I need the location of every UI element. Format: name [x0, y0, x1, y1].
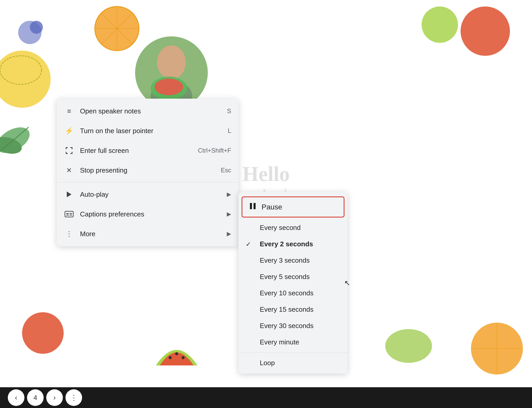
- speaker-notes-shortcut: S: [227, 107, 231, 115]
- pause-button[interactable]: Pause ↖: [242, 196, 344, 217]
- svg-rect-30: [65, 211, 73, 217]
- leaf-deco: [0, 117, 39, 165]
- svg-point-24: [385, 329, 432, 363]
- page-number: 4: [27, 389, 44, 406]
- orange-deco: [94, 5, 140, 53]
- menu-item-fullscreen[interactable]: Enter full screen Ctrl+Shift+F: [57, 141, 238, 160]
- stop-presenting-shortcut: Esc: [221, 167, 231, 174]
- strawberry-deco: [21, 311, 65, 356]
- fullscreen-shortcut: Ctrl+Shift+F: [198, 147, 231, 154]
- more-label: More: [80, 230, 221, 238]
- profile-image: [135, 36, 208, 109]
- check-every-second: [246, 224, 254, 232]
- autoplay-divider: [238, 352, 348, 353]
- captions-arrow-icon: ▶: [227, 211, 231, 217]
- every-5s-label: Every 5 seconds: [260, 273, 310, 281]
- context-menu: ≡ Open speaker notes S ⚡ Turn on the las…: [57, 99, 238, 246]
- svg-rect-28: [250, 203, 252, 209]
- watermelon-slice-deco: [156, 334, 197, 366]
- every-10s-label: Every 10 seconds: [260, 289, 314, 297]
- svg-point-21: [169, 356, 172, 359]
- autoplay-option-every-second[interactable]: Every second: [238, 220, 348, 236]
- pizza-deco: [459, 5, 511, 58]
- svg-point-20: [22, 312, 64, 354]
- speaker-notes-label: Open speaker notes: [80, 107, 221, 115]
- more-icon: ⋮: [64, 229, 74, 239]
- autoplay-option-every-5s[interactable]: Every 5 seconds: [238, 269, 348, 285]
- every-15s-label: Every 15 seconds: [260, 305, 314, 314]
- dots-icon: ⋮: [70, 393, 77, 402]
- bottom-bar: ‹ 4 › ⋮: [0, 387, 532, 408]
- menu-divider-1: [57, 182, 238, 182]
- svg-point-19: [155, 79, 183, 95]
- next-icon: ›: [53, 393, 56, 402]
- more-options-button[interactable]: ⋮: [65, 389, 82, 406]
- autoplay-option-every-2s[interactable]: ✓ Every 2 seconds: [238, 236, 348, 252]
- autoplay-arrow-icon: ▶: [227, 191, 231, 198]
- autoplay-icon: [64, 189, 74, 200]
- stop-presenting-label: Stop presenting: [80, 166, 215, 174]
- every-second-label: Every second: [260, 224, 301, 232]
- svg-rect-32: [66, 215, 69, 215]
- svg-point-11: [0, 56, 42, 84]
- stop-icon: ✕: [64, 165, 74, 175]
- menu-item-autoplay[interactable]: Auto-play ▶ Pause ↖ Every second: [57, 185, 238, 204]
- menu-item-speaker-notes[interactable]: ≡ Open speaker notes S: [57, 101, 238, 121]
- every-30s-label: Every 30 seconds: [260, 322, 314, 330]
- check-every-2s: ✓: [246, 241, 254, 248]
- fullscreen-icon: [64, 145, 74, 156]
- laser-pointer-shortcut: L: [228, 127, 231, 134]
- svg-point-13: [0, 134, 24, 157]
- next-button[interactable]: ›: [46, 389, 63, 406]
- yellow-circle-deco: [0, 49, 52, 110]
- autoplay-option-loop[interactable]: Loop: [238, 355, 348, 371]
- svg-rect-29: [254, 203, 256, 209]
- pause-label: Pause: [262, 203, 282, 211]
- check-every-minute: [246, 339, 254, 346]
- svg-rect-33: [70, 213, 72, 214]
- laser-pointer-icon: ⚡: [64, 126, 74, 136]
- svg-point-12: [0, 122, 34, 158]
- autoplay-option-every-10s[interactable]: Every 10 seconds: [238, 285, 348, 301]
- check-every-15s: [246, 306, 254, 313]
- autoplay-label: Auto-play: [80, 191, 221, 199]
- svg-point-1: [95, 6, 139, 51]
- prev-button[interactable]: ‹: [8, 389, 24, 406]
- autoplay-option-every-3s[interactable]: Every 3 seconds: [238, 252, 348, 269]
- autoplay-option-every-minute[interactable]: Every minute: [238, 334, 348, 350]
- svg-rect-34: [70, 215, 72, 215]
- check-every-3s: [246, 257, 254, 264]
- lime-top-deco: [420, 5, 459, 45]
- fullscreen-label: Enter full screen: [80, 147, 192, 155]
- svg-rect-31: [66, 213, 69, 214]
- svg-point-10: [0, 51, 51, 108]
- laser-pointer-label: Turn on the laser pointer: [80, 127, 222, 135]
- check-every-10s: [246, 290, 254, 297]
- more-arrow-icon: ▶: [227, 230, 231, 237]
- every-2s-label: Every 2 seconds: [260, 240, 313, 248]
- svg-line-4: [101, 13, 132, 44]
- menu-item-more[interactable]: ⋮ More ▶: [57, 224, 238, 244]
- prev-icon: ‹: [15, 393, 17, 402]
- menu-item-laser-pointer[interactable]: ⚡ Turn on the laser pointer L: [57, 121, 238, 141]
- lime-bottom-deco: [384, 327, 433, 366]
- menu-item-stop-presenting[interactable]: ✕ Stop presenting Esc: [57, 160, 238, 180]
- captions-icon: [64, 209, 74, 219]
- check-loop: [246, 359, 254, 367]
- loop-label: Loop: [260, 359, 275, 367]
- svg-point-7: [30, 21, 43, 34]
- every-minute-label: Every minute: [260, 338, 299, 346]
- svg-point-9: [422, 6, 458, 43]
- autoplay-option-every-30s[interactable]: Every 30 seconds: [238, 318, 348, 334]
- autoplay-option-every-15s[interactable]: Every 15 seconds: [238, 301, 348, 318]
- pause-icon: [249, 202, 257, 212]
- menu-item-captions[interactable]: Captions preferences ▶: [57, 204, 238, 224]
- lemon-deco: [0, 52, 44, 89]
- check-every-30s: [246, 322, 254, 330]
- svg-point-23: [182, 356, 185, 359]
- svg-point-17: [157, 45, 186, 79]
- svg-point-8: [461, 6, 510, 56]
- svg-point-6: [18, 21, 42, 44]
- autoplay-submenu: Pause ↖ Every second ✓ Every 2 seconds E…: [238, 192, 348, 374]
- blue-blob-deco: [16, 16, 47, 48]
